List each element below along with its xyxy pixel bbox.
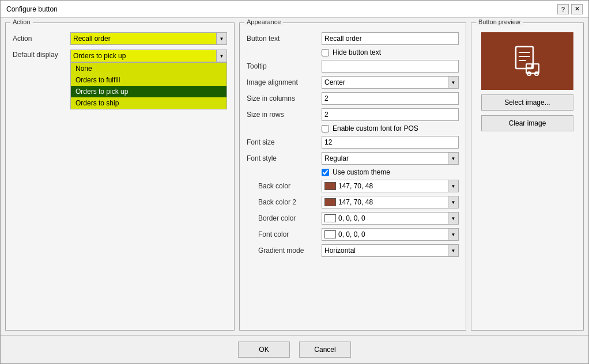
- preview-icon: [510, 44, 545, 78]
- button-preview-panel: Button preview Select image... Clear: [471, 22, 584, 331]
- gradient-mode-row: Gradient mode Horizontal ▼: [247, 244, 459, 257]
- use-custom-theme-row: Use custom theme: [247, 168, 459, 176]
- border-color-dropdown[interactable]: 0, 0, 0, 0 ▼: [322, 212, 459, 225]
- back-color-dropdown[interactable]: 147, 70, 48 ▼: [322, 180, 459, 192]
- hide-button-text-checkbox[interactable]: [322, 49, 329, 56]
- back-color-arrow-icon[interactable]: ▼: [448, 180, 458, 192]
- font-style-arrow-icon[interactable]: ▼: [448, 153, 458, 164]
- default-display-row: Default display Orders to pick up ▼ None…: [13, 50, 227, 62]
- default-display-options-list: None Orders to fulfill Orders to pick up…: [70, 62, 227, 109]
- button-text-row: Button text: [247, 32, 459, 45]
- gradient-mode-dropdown[interactable]: Horizontal ▼: [322, 244, 459, 257]
- image-alignment-value: Center: [322, 78, 448, 86]
- hide-button-text-row: Hide button text: [247, 48, 459, 56]
- size-rows-row: Size in rows: [247, 108, 459, 121]
- action-dropdown-arrow-icon[interactable]: ▼: [216, 33, 226, 44]
- option-orders-to-fulfill[interactable]: Orders to fulfill: [71, 74, 226, 86]
- help-button[interactable]: ?: [557, 4, 569, 14]
- default-display-container: Orders to pick up ▼ None Orders to fulfi…: [70, 50, 227, 62]
- back-color2-value: 147, 70, 48: [338, 198, 448, 206]
- hide-button-text-label: Hide button text: [333, 48, 381, 56]
- font-size-input[interactable]: [322, 136, 459, 149]
- enable-custom-font-label: Enable custom font for POS: [333, 124, 418, 132]
- default-display-dropdown[interactable]: Orders to pick up ▼: [70, 50, 227, 62]
- image-alignment-row: Image alignment Center ▼: [247, 76, 459, 89]
- preview-button: [481, 32, 573, 90]
- font-color-arrow-icon[interactable]: ▼: [448, 229, 458, 240]
- dialog: Configure button ? ✕ Action Action Recal…: [0, 0, 589, 364]
- enable-custom-font-checkbox[interactable]: [322, 125, 329, 132]
- cancel-button[interactable]: Cancel: [299, 342, 351, 358]
- image-alignment-arrow-icon[interactable]: ▼: [448, 77, 458, 88]
- enable-custom-font-row: Enable custom font for POS: [247, 124, 459, 132]
- title-bar-buttons: ? ✕: [557, 4, 583, 14]
- back-color-row: Back color 147, 70, 48 ▼: [247, 180, 459, 192]
- font-color-label: Font color: [258, 230, 322, 238]
- size-columns-row: Size in columns: [247, 92, 459, 105]
- title-bar: Configure button ? ✕: [1, 1, 588, 18]
- appearance-panel: Appearance Button text Hide button text …: [239, 22, 466, 331]
- use-custom-theme-label: Use custom theme: [333, 168, 390, 176]
- font-style-dropdown[interactable]: Regular ▼: [322, 152, 459, 165]
- size-columns-input[interactable]: [322, 92, 459, 105]
- font-size-label: Font size: [247, 138, 322, 146]
- border-color-row: Border color 0, 0, 0, 0 ▼: [247, 212, 459, 225]
- option-orders-to-ship[interactable]: Orders to ship: [71, 97, 226, 109]
- back-color-label: Back color: [258, 182, 322, 190]
- font-color-value: 0, 0, 0, 0: [338, 230, 448, 238]
- image-alignment-dropdown[interactable]: Center ▼: [322, 76, 459, 89]
- back-color2-arrow-icon[interactable]: ▼: [448, 196, 458, 208]
- default-display-value: Orders to pick up: [71, 52, 216, 60]
- gradient-mode-arrow-icon[interactable]: ▼: [448, 245, 458, 256]
- option-none[interactable]: None: [71, 63, 226, 74]
- default-display-arrow-icon[interactable]: ▼: [216, 50, 226, 62]
- action-row: Action Recall order ▼: [13, 32, 227, 45]
- border-color-label: Border color: [258, 214, 322, 222]
- use-custom-theme-checkbox[interactable]: [322, 169, 329, 176]
- font-color-row: Font color 0, 0, 0, 0 ▼: [247, 228, 459, 241]
- close-button[interactable]: ✕: [571, 4, 583, 14]
- select-image-button[interactable]: Select image...: [481, 94, 573, 111]
- font-color-swatch: [324, 230, 336, 238]
- footer: OK Cancel: [1, 335, 588, 363]
- dialog-title: Configure button: [6, 5, 58, 13]
- default-display-label: Default display: [13, 50, 70, 59]
- action-label: Action: [13, 35, 70, 43]
- back-color2-swatch: [324, 198, 336, 206]
- back-color2-dropdown[interactable]: 147, 70, 48 ▼: [322, 196, 459, 208]
- font-style-row: Font style Regular ▼: [247, 152, 459, 165]
- font-style-value: Regular: [322, 154, 448, 162]
- gradient-mode-label: Gradient mode: [258, 247, 322, 255]
- content-area: Action Action Recall order ▼ Default dis…: [1, 18, 588, 335]
- action-panel-label: Action: [10, 18, 33, 25]
- font-size-row: Font size: [247, 136, 459, 149]
- action-dropdown-value: Recall order: [71, 35, 216, 43]
- font-style-label: Font style: [247, 154, 322, 162]
- action-panel: Action Action Recall order ▼ Default dis…: [5, 22, 235, 331]
- back-color-swatch: [324, 182, 336, 190]
- image-alignment-label: Image alignment: [247, 78, 322, 86]
- ok-button[interactable]: OK: [238, 342, 290, 358]
- option-orders-to-pick-up[interactable]: Orders to pick up: [71, 86, 226, 97]
- back-color2-row: Back color 2 147, 70, 48 ▼: [247, 196, 459, 208]
- size-rows-input[interactable]: [322, 108, 459, 121]
- size-rows-label: Size in rows: [247, 111, 322, 119]
- gradient-mode-value: Horizontal: [322, 247, 448, 255]
- tooltip-row: Tooltip: [247, 60, 459, 73]
- border-color-swatch: [324, 214, 336, 222]
- appearance-panel-label: Appearance: [244, 18, 283, 25]
- button-text-label: Button text: [247, 35, 322, 43]
- action-dropdown[interactable]: Recall order ▼: [70, 32, 227, 45]
- tooltip-label: Tooltip: [247, 62, 322, 70]
- clear-image-button[interactable]: Clear image: [481, 115, 573, 131]
- border-color-arrow-icon[interactable]: ▼: [448, 213, 458, 224]
- button-preview-panel-label: Button preview: [476, 18, 523, 25]
- back-color2-label: Back color 2: [258, 198, 322, 206]
- size-columns-label: Size in columns: [247, 94, 322, 103]
- button-text-input[interactable]: [322, 32, 459, 45]
- tooltip-input[interactable]: [322, 60, 459, 73]
- back-color-value: 147, 70, 48: [338, 182, 448, 190]
- font-color-dropdown[interactable]: 0, 0, 0, 0 ▼: [322, 228, 459, 241]
- border-color-value: 0, 0, 0, 0: [338, 214, 448, 222]
- svg-rect-0: [516, 47, 533, 69]
